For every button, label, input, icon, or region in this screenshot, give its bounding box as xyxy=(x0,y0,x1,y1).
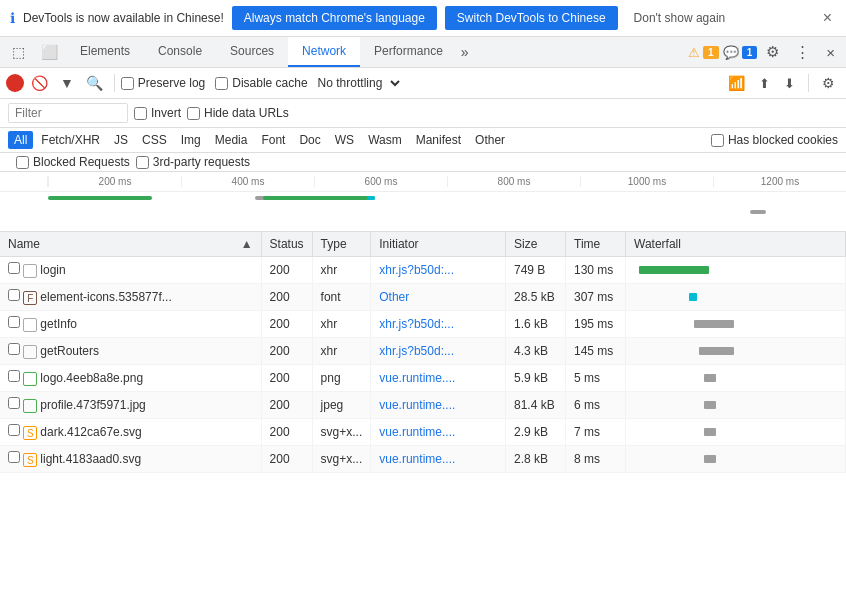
initiator-link[interactable]: vue.runtime.... xyxy=(379,425,455,439)
has-blocked-cookies-checkbox[interactable] xyxy=(711,134,724,147)
waterfall-bar xyxy=(704,374,716,382)
type-filter-img[interactable]: Img xyxy=(175,131,207,149)
th-waterfall[interactable]: Waterfall xyxy=(626,232,846,257)
row-checkbox[interactable] xyxy=(8,262,20,274)
type-filter-font[interactable]: Font xyxy=(255,131,291,149)
type-filter-doc[interactable]: Doc xyxy=(293,131,326,149)
tabs-right-controls: ⚠ 1 💬 1 ⚙ ⋮ × xyxy=(688,38,842,66)
close-devtools-button[interactable]: × xyxy=(819,39,842,66)
blocked-requests-label[interactable]: Blocked Requests xyxy=(16,155,130,169)
switch-chinese-button[interactable]: Switch DevTools to Chinese xyxy=(445,6,618,30)
initiator-link[interactable]: vue.runtime.... xyxy=(379,371,455,385)
row-type-icon xyxy=(23,372,37,386)
tab-network[interactable]: Network xyxy=(288,37,360,67)
table-row[interactable]: profile.473f5971.jpg 200 jpeg vue.runtim… xyxy=(0,392,846,419)
row-checkbox[interactable] xyxy=(8,451,20,463)
type-filter-bar: AllFetch/XHRJSCSSImgMediaFontDocWSWasmMa… xyxy=(0,128,846,153)
tab-elements[interactable]: Elements xyxy=(66,37,144,67)
type-filter-js[interactable]: JS xyxy=(108,131,134,149)
row-checkbox[interactable] xyxy=(8,343,20,355)
th-status[interactable]: Status xyxy=(261,232,312,257)
type-filter-manifest[interactable]: Manifest xyxy=(410,131,467,149)
initiator-link[interactable]: xhr.js?b50d:... xyxy=(379,263,454,277)
th-size[interactable]: Size xyxy=(506,232,566,257)
table-row[interactable]: Felement-icons.535877f... 200 font Other… xyxy=(0,284,846,311)
th-name[interactable]: Name ▲ xyxy=(0,232,261,257)
type-filter-fetch-xhr[interactable]: Fetch/XHR xyxy=(35,131,106,149)
type-filter-media[interactable]: Media xyxy=(209,131,254,149)
blocked-requests-checkbox[interactable] xyxy=(16,156,29,169)
tab-sources[interactable]: Sources xyxy=(216,37,288,67)
th-type[interactable]: Type xyxy=(312,232,371,257)
filter-input[interactable] xyxy=(8,103,128,123)
match-language-button[interactable]: Always match Chrome's language xyxy=(232,6,437,30)
device-mode-button[interactable]: ⬜ xyxy=(33,38,66,66)
banner-close-button[interactable]: × xyxy=(819,9,836,27)
type-filter-other[interactable]: Other xyxy=(469,131,511,149)
type-filter-css[interactable]: CSS xyxy=(136,131,173,149)
invert-checkbox[interactable] xyxy=(134,107,147,120)
type-filter-wasm[interactable]: Wasm xyxy=(362,131,408,149)
settings-button[interactable]: ⚙ xyxy=(759,38,786,66)
row-type-icon xyxy=(23,264,37,278)
table-row[interactable]: login 200 xhr xhr.js?b50d:... 749 B 130 … xyxy=(0,257,846,284)
disable-cache-label[interactable]: Disable cache xyxy=(215,76,307,90)
row-checkbox[interactable] xyxy=(8,370,20,382)
ruler-mark: 600 ms xyxy=(314,176,447,187)
disable-cache-checkbox[interactable] xyxy=(215,77,228,90)
inspect-icon-button[interactable]: ⬚ xyxy=(4,38,33,66)
tab-performance[interactable]: Performance xyxy=(360,37,457,67)
row-initiator: Other xyxy=(371,284,506,311)
waterfall-cell xyxy=(634,314,837,334)
th-initiator[interactable]: Initiator xyxy=(371,232,506,257)
upload-button[interactable]: ⬆ xyxy=(754,73,775,94)
hide-urls-checkbox[interactable] xyxy=(187,107,200,120)
dont-show-again-button[interactable]: Don't show again xyxy=(626,6,734,30)
filter-button[interactable]: ▼ xyxy=(55,72,79,94)
preserve-log-checkbox[interactable] xyxy=(121,77,134,90)
settings-network-button[interactable]: ⚙ xyxy=(817,72,840,94)
clear-button[interactable]: 🚫 xyxy=(26,72,53,94)
network-table-container: Name ▲ Status Type Initiator Size Time W… xyxy=(0,232,846,612)
type-filter-ws[interactable]: WS xyxy=(329,131,360,149)
ruler-mark: 800 ms xyxy=(447,176,580,187)
row-checkbox[interactable] xyxy=(8,289,20,301)
row-name: login xyxy=(0,257,261,284)
initiator-link[interactable]: Other xyxy=(379,290,409,304)
initiator-link[interactable]: xhr.js?b50d:... xyxy=(379,317,454,331)
row-type-icon: S xyxy=(23,453,37,467)
row-checkbox[interactable] xyxy=(8,316,20,328)
record-button[interactable] xyxy=(6,74,24,92)
search-button[interactable]: 🔍 xyxy=(81,72,108,94)
toolbar-right: 📶 ⬆ ⬇ ⚙ xyxy=(723,72,840,94)
timeline-ruler: 200 ms400 ms600 ms800 ms1000 ms1200 ms xyxy=(0,172,846,192)
tab-console[interactable]: Console xyxy=(144,37,216,67)
row-initiator: vue.runtime.... xyxy=(371,446,506,473)
th-time[interactable]: Time xyxy=(566,232,626,257)
preserve-log-label[interactable]: Preserve log xyxy=(121,76,205,90)
filter-bar: Invert Hide data URLs xyxy=(0,99,846,128)
third-party-checkbox[interactable] xyxy=(136,156,149,169)
table-row[interactable]: Sdark.412ca67e.svg 200 svg+x... vue.runt… xyxy=(0,419,846,446)
throttle-select[interactable]: No throttling xyxy=(310,73,403,93)
download-button[interactable]: ⬇ xyxy=(779,73,800,94)
table-row[interactable]: logo.4eeb8a8e.png 200 png vue.runtime...… xyxy=(0,365,846,392)
table-row[interactable]: getInfo 200 xhr xhr.js?b50d:... 1.6 kB 1… xyxy=(0,311,846,338)
more-tabs-button[interactable]: » xyxy=(457,38,473,66)
table-row[interactable]: Slight.4183aad0.svg 200 svg+x... vue.run… xyxy=(0,446,846,473)
type-filter-all[interactable]: All xyxy=(8,131,33,149)
row-checkbox[interactable] xyxy=(8,397,20,409)
has-blocked-cookies-label[interactable]: Has blocked cookies xyxy=(711,133,838,147)
row-waterfall xyxy=(626,392,846,419)
initiator-link[interactable]: vue.runtime.... xyxy=(379,398,455,412)
invert-label[interactable]: Invert xyxy=(134,106,181,120)
row-checkbox[interactable] xyxy=(8,424,20,436)
initiator-link[interactable]: vue.runtime.... xyxy=(379,452,455,466)
third-party-label[interactable]: 3rd-party requests xyxy=(136,155,250,169)
table-row[interactable]: getRouters 200 xhr xhr.js?b50d:... 4.3 k… xyxy=(0,338,846,365)
initiator-link[interactable]: xhr.js?b50d:... xyxy=(379,344,454,358)
timeline-bar-5 xyxy=(750,210,766,214)
offline-icon-button[interactable]: 📶 xyxy=(723,72,750,94)
hide-urls-label[interactable]: Hide data URLs xyxy=(187,106,289,120)
more-options-button[interactable]: ⋮ xyxy=(788,38,817,66)
